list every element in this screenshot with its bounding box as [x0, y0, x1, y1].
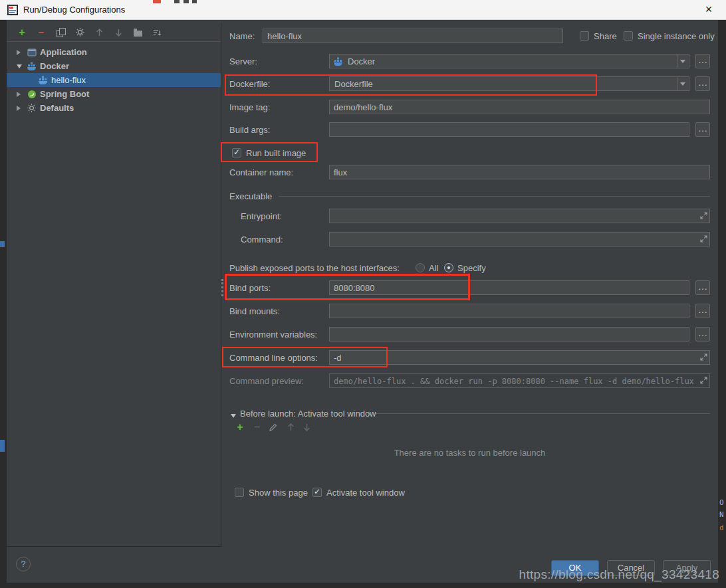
publish-specify-radio[interactable] — [444, 263, 453, 272]
chevron-down-icon[interactable] — [677, 77, 689, 90]
copy-configuration-button[interactable] — [55, 27, 66, 38]
tree-item-docker[interactable]: Docker — [7, 59, 221, 73]
pencil-icon — [269, 423, 277, 431]
expand-field-icon[interactable] — [700, 235, 707, 243]
add-configuration-button[interactable]: + — [17, 27, 27, 38]
background-artifact — [0, 241, 5, 247]
tree-item-spring-boot[interactable]: Spring Boot — [7, 87, 221, 101]
command-row: Command: — [229, 232, 710, 248]
tree-item-defaults[interactable]: Defaults — [7, 101, 221, 115]
move-up-button[interactable] — [94, 27, 104, 38]
single-instance-checkbox[interactable] — [624, 31, 633, 41]
bind-ports-row: Bind ports: … — [229, 280, 710, 296]
sort-icon — [153, 29, 162, 37]
tree-item-application[interactable]: Application — [7, 45, 221, 59]
image-tag-row: Image tag: — [229, 100, 710, 116]
page-options-row: Show this page Activate tool window — [229, 485, 710, 501]
single-instance-label: Single instance only — [638, 31, 715, 41]
run-built-image-label: Run built image — [246, 148, 306, 158]
show-this-page-label: Show this page — [249, 488, 308, 498]
name-label: Name: — [229, 31, 255, 41]
show-this-page-checkbox[interactable] — [235, 488, 244, 497]
build-args-input[interactable] — [329, 122, 689, 137]
command-line-options-field — [329, 350, 710, 365]
add-task-button[interactable]: + — [235, 422, 245, 433]
command-preview-field: demo/hello-flux . && docker run -p 8080:… — [329, 373, 710, 388]
dialog-titlebar: Run/Debug Configurations × — [0, 0, 726, 20]
chevron-down-icon[interactable] — [677, 54, 689, 68]
before-launch-label: Before launch: Activate tool window — [240, 409, 376, 419]
chevron-right-icon[interactable] — [17, 92, 25, 97]
build-args-browse-button[interactable]: … — [695, 122, 710, 137]
share-label: Share — [594, 31, 617, 41]
background-fragment — [174, 0, 180, 3]
environment-variables-browse-button[interactable]: … — [695, 327, 710, 342]
spring-boot-icon — [27, 89, 37, 99]
bind-ports-browse-button[interactable]: … — [695, 280, 710, 295]
no-tasks-message: There are no tasks to run before launch — [229, 432, 710, 473]
remove-task-button[interactable]: − — [252, 422, 263, 433]
publish-ports-label: Publish exposed ports to the host interf… — [229, 263, 400, 273]
splitter-grip[interactable] — [221, 279, 223, 296]
bind-mounts-browse-button[interactable]: … — [695, 304, 710, 318]
build-args-label: Build args: — [229, 125, 270, 135]
arrow-down-icon — [115, 29, 122, 37]
command-input[interactable] — [330, 233, 699, 246]
container-name-input[interactable] — [329, 165, 710, 179]
chevron-down-icon[interactable] — [17, 62, 25, 71]
folder-icon — [134, 31, 142, 37]
server-value: Docker — [348, 56, 375, 66]
sort-configurations-button[interactable] — [152, 27, 162, 38]
move-down-button[interactable] — [113, 27, 124, 38]
tree-item-hello-flux-selected[interactable]: hello-flux — [7, 73, 221, 87]
expand-field-icon[interactable] — [700, 212, 707, 219]
application-icon — [27, 47, 37, 57]
edit-task-button[interactable] — [268, 422, 279, 433]
gear-icon — [76, 28, 84, 37]
entrypoint-label: Entrypoint: — [241, 211, 282, 221]
image-tag-input[interactable] — [329, 100, 710, 114]
bind-mounts-input[interactable] — [329, 304, 689, 318]
environment-variables-input[interactable] — [329, 327, 689, 342]
server-select[interactable]: Docker — [329, 54, 689, 68]
tree-item-label: Application — [40, 47, 87, 57]
entrypoint-input[interactable] — [330, 209, 699, 223]
server-browse-button[interactable]: … — [695, 54, 710, 68]
create-folder-button[interactable] — [132, 27, 143, 38]
activate-tool-window-label: Activate tool window — [326, 488, 405, 498]
executable-section-label: Executable — [229, 191, 272, 201]
close-icon[interactable]: × — [701, 1, 717, 17]
bind-ports-input[interactable] — [329, 280, 689, 295]
activate-tool-window-checkbox[interactable] — [312, 488, 322, 497]
server-label: Server: — [229, 56, 257, 66]
dockerfile-select[interactable]: Dockerfile — [329, 76, 689, 91]
tree-item-label: Docker — [40, 61, 69, 71]
configurations-tree-panel: + − Application — [7, 23, 221, 547]
command-line-options-input[interactable] — [330, 351, 699, 364]
docker-icon — [27, 61, 37, 71]
expand-field-icon[interactable] — [700, 353, 707, 361]
command-preview-label: Command preview: — [229, 376, 304, 386]
run-built-image-checkbox[interactable] — [232, 148, 241, 157]
share-checkbox[interactable] — [580, 31, 589, 41]
move-task-down-button[interactable] — [301, 422, 312, 433]
copy-icon — [57, 28, 64, 37]
chevron-right-icon[interactable] — [17, 50, 25, 55]
chevron-right-icon[interactable] — [17, 106, 25, 111]
collapse-icon[interactable] — [231, 414, 236, 421]
bind-ports-label: Bind ports: — [229, 283, 271, 293]
expand-field-icon[interactable] — [700, 377, 707, 384]
remove-configuration-button[interactable]: − — [36, 27, 47, 38]
name-input[interactable] — [263, 29, 563, 43]
arrow-down-icon — [303, 423, 310, 431]
edit-templates-button[interactable] — [74, 27, 85, 38]
entrypoint-row: Entrypoint: — [229, 209, 710, 225]
help-button[interactable]: ? — [16, 557, 31, 571]
section-separator-line — [376, 413, 710, 414]
dockerfile-browse-button[interactable]: … — [695, 76, 710, 91]
publish-all-radio[interactable] — [416, 263, 425, 272]
defaults-settings-icon — [27, 103, 37, 113]
before-launch-section-header[interactable]: Before launch: Activate tool window — [229, 406, 710, 422]
command-line-options-label: Command line options: — [229, 353, 318, 363]
move-task-up-button[interactable] — [285, 422, 296, 433]
